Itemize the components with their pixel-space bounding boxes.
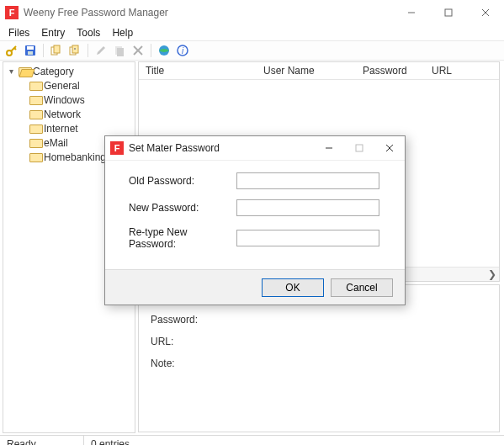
tree-label: Network [44, 109, 81, 120]
svg-rect-16 [117, 48, 124, 56]
folder-icon [29, 124, 41, 133]
svg-rect-11 [54, 45, 60, 53]
tree-label: eMail [44, 137, 68, 149]
svg-point-14 [74, 48, 76, 50]
app-icon: F [5, 6, 19, 19]
folder-icon [29, 95, 41, 104]
folder-open-icon [19, 66, 30, 76]
old-password-input[interactable] [236, 172, 379, 189]
titlebar: F Weeny Free Password Manager [0, 0, 504, 24]
retype-password-label: Re-type New Password: [129, 226, 236, 250]
dialog-close-button[interactable] [374, 136, 405, 160]
folder-icon [29, 109, 41, 119]
tree-item-general[interactable]: General [3, 78, 135, 93]
separator [43, 44, 44, 57]
list-header: Title User Name Password URL [139, 62, 499, 80]
menubar: Files Entry Tools Help [0, 24, 504, 40]
expand-icon[interactable]: ▾ [7, 66, 16, 76]
svg-rect-9 [28, 51, 33, 55]
new-password-input[interactable] [236, 199, 379, 216]
globe-icon[interactable] [156, 42, 172, 59]
svg-line-6 [14, 48, 16, 50]
dialog-title: Set Mater Password [129, 142, 220, 154]
detail-note-label: Note: [151, 358, 487, 369]
tree-label: Homebanking [44, 151, 106, 163]
tree-item-internet[interactable]: Internet [3, 121, 135, 135]
minimize-button[interactable] [393, 0, 430, 24]
scroll-right-icon[interactable]: ❯ [485, 268, 499, 282]
duplicate-icon[interactable] [111, 42, 128, 59]
new-password-label: New Password: [129, 202, 236, 214]
menu-help[interactable]: Help [107, 26, 138, 40]
save-icon[interactable] [22, 42, 39, 59]
copy-user-icon[interactable] [48, 42, 65, 59]
tree-label: Internet [44, 123, 78, 135]
detail-url-label: URL: [151, 336, 487, 347]
ok-button[interactable]: OK [262, 278, 324, 297]
toolbar: i [0, 40, 504, 61]
separator [151, 44, 151, 57]
retype-password-input[interactable] [236, 230, 379, 246]
tree-root-category[interactable]: ▾ Category [3, 64, 135, 78]
tree-item-network[interactable]: Network [3, 107, 135, 121]
detail-panel: User Name: Password: URL: Note: [138, 284, 500, 432]
set-master-password-dialog: F Set Mater Password Old Password: New P… [104, 135, 406, 305]
menu-entry[interactable]: Entry [36, 26, 70, 40]
old-password-label: Old Password: [129, 175, 236, 187]
info-icon[interactable]: i [174, 42, 191, 59]
app-title: Weeny Free Password Manager [24, 7, 168, 19]
dialog-titlebar: F Set Mater Password [105, 136, 405, 161]
key-icon[interactable] [3, 42, 20, 59]
close-button[interactable] [467, 0, 504, 24]
menu-files[interactable]: Files [3, 26, 34, 40]
svg-text:i: i [182, 46, 184, 56]
dialog-minimize-button[interactable] [314, 136, 344, 160]
detail-password-label: Password: [151, 314, 487, 326]
svg-rect-8 [27, 46, 34, 50]
statusbar: Ready 0 entries [0, 435, 504, 445]
menu-tools[interactable]: Tools [72, 26, 105, 40]
column-url[interactable]: URL [425, 62, 499, 79]
copy-password-icon[interactable] [66, 42, 83, 59]
svg-rect-23 [356, 145, 363, 151]
column-password[interactable]: Password [356, 62, 425, 79]
dialog-app-icon: F [110, 141, 124, 155]
column-username[interactable]: User Name [257, 62, 356, 79]
status-entries: 0 entries [84, 436, 136, 445]
folder-icon [29, 81, 41, 90]
separator [88, 44, 88, 57]
dialog-maximize-button [344, 136, 374, 160]
status-ready: Ready [0, 436, 84, 445]
folder-icon [29, 152, 41, 162]
svg-rect-1 [445, 9, 452, 16]
tree-item-windows[interactable]: Windows [3, 93, 135, 107]
folder-icon [29, 138, 41, 147]
edit-icon[interactable] [93, 42, 109, 59]
tree-label: General [44, 80, 80, 92]
cancel-button[interactable]: Cancel [331, 278, 393, 297]
maximize-button[interactable] [430, 0, 467, 24]
column-title[interactable]: Title [139, 62, 257, 79]
tree-label: Category [33, 66, 74, 77]
delete-icon[interactable] [130, 42, 146, 59]
tree-label: Windows [44, 94, 85, 106]
